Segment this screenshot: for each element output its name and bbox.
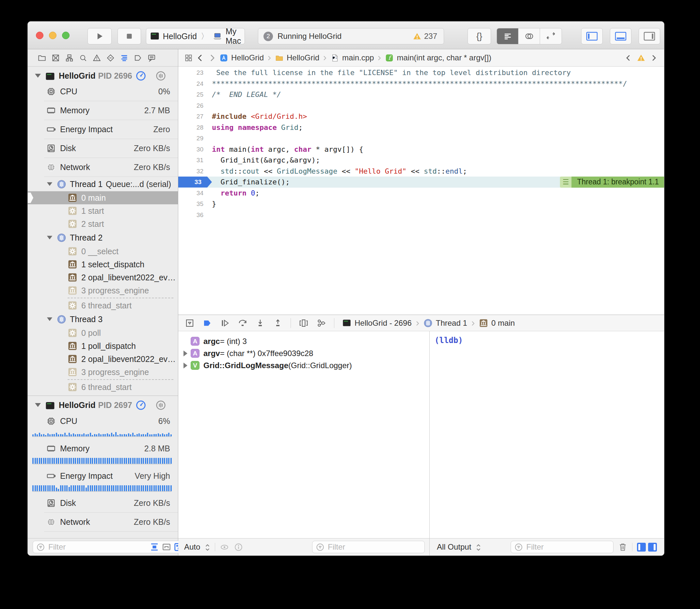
step-out-button[interactable] [273,318,283,328]
code-line[interactable]: 26 [178,100,664,111]
assistant-editor-button[interactable] [518,29,540,44]
line-number[interactable]: 27 [178,111,212,122]
code-line[interactable]: 27#include <Grid/Grid.h> [178,111,664,122]
toggle-debug-area-button[interactable] [610,28,631,45]
stat-row-energy-impact[interactable]: Energy ImpactZero [44,120,178,139]
line-number[interactable]: 34 [178,188,212,199]
debug-view-hierarchy-button[interactable] [299,318,309,328]
breadcrumb-item[interactable]: HelloGrid [231,53,264,62]
line-number[interactable]: 28 [178,122,212,133]
stack-frame-row[interactable]: 6 thread_start [28,299,178,312]
go-back-button[interactable] [196,53,205,62]
code-line[interactable]: 31 Grid_init(&argc,&argv); [178,155,664,166]
toggle-variables-pane-button[interactable] [637,543,646,552]
run-button[interactable] [87,28,112,45]
output-stepper-icon[interactable] [476,543,481,551]
code-line[interactable]: 32 std::cout << GridLogMessage << "Hello… [178,166,664,177]
debug-memory-graph-button[interactable] [317,318,326,328]
navigator-filter-input[interactable] [45,542,150,552]
stat-row-memory[interactable]: Memory2.8 MB [44,439,178,458]
process-header-2697[interactable]: HelloGridPID 2697 [28,399,178,412]
debug-navigator-icon[interactable] [120,53,129,62]
hide-debug-area-button[interactable] [185,318,194,328]
code-area[interactable]: 23 See the full license in the file "LIC… [178,67,664,315]
breakpoints-enabled-button[interactable] [202,318,212,328]
minimize-window-button[interactable] [49,32,56,39]
report-navigator-icon[interactable] [147,53,156,62]
toggle-console-pane-button[interactable] [648,543,657,552]
variable-row[interactable]: Aargv = (char **) 0x7ffee9039c28 [178,347,429,359]
filter-stack-frames-button[interactable] [150,542,159,552]
stack-frame-row[interactable]: 2 opal_libevent2022_ev… [28,271,178,284]
line-number[interactable]: 30 [178,144,212,155]
code-line[interactable]: 23 See the full license in the file "LIC… [178,67,664,78]
continue-button[interactable] [220,318,230,328]
code-line[interactable]: 35} [178,198,664,210]
stat-row-disk[interactable]: DiskZero KB/s [44,139,178,158]
breakpoint-navigator-icon[interactable] [134,53,142,62]
console-view[interactable]: (lldb) [430,331,664,538]
stack-frame-row[interactable]: 0 __select [28,245,178,258]
line-number[interactable]: 32 [178,166,212,177]
line-number[interactable]: 35 [178,198,212,210]
zoom-window-button[interactable] [62,32,70,39]
console-output-select[interactable]: All Output [437,542,471,552]
disclosure-triangle-icon[interactable] [184,363,187,368]
stop-button[interactable] [118,28,141,45]
line-number[interactable]: 31 [178,155,212,166]
stat-row-memory[interactable]: Memory2.7 MB [44,101,178,120]
stack-frame-row[interactable]: 0 poll [28,326,178,340]
next-issue-button[interactable] [649,53,658,62]
step-into-button[interactable] [255,318,265,328]
variables-filter-field[interactable] [312,541,425,553]
disclosure-triangle-icon[interactable] [35,403,41,407]
code-line[interactable]: 34 return 0; [178,188,664,199]
project-navigator-icon[interactable] [37,53,46,62]
breadcrumb-item[interactable]: main(int argc, char * argv[]) [397,53,491,62]
issue-navigator-icon[interactable] [92,53,101,62]
related-items-icon[interactable] [184,53,193,62]
breadcrumb-item[interactable]: HelloGrid [287,53,319,62]
code-snippets-button[interactable]: {} [467,28,491,45]
version-editor-button[interactable] [540,29,562,44]
info-icon[interactable] [234,542,243,552]
stat-row-network[interactable]: NetworkZero KB/s [44,513,178,532]
thread-header-3[interactable]: Thread 3 [28,312,178,326]
line-number[interactable]: 25 [178,89,212,100]
variables-filter-input[interactable] [325,542,422,552]
gauge-view-button[interactable] [136,400,146,411]
code-line[interactable]: 25/* END LEGAL */ [178,89,664,100]
activity-view[interactable]: 2 Running HelloGrid 237 [258,28,444,45]
stack-frame-row[interactable]: 6 thread_start [28,381,178,394]
stack-frame-row[interactable]: 2 start [28,218,178,230]
debug-breadcrumb-item[interactable]: 0 main [491,318,515,328]
disclosure-triangle-icon[interactable] [184,350,187,356]
line-number[interactable]: 29 [178,133,212,144]
quicklook-eye-icon[interactable] [220,542,229,552]
disclosure-triangle-icon[interactable] [47,317,53,321]
variable-row[interactable]: Aargc = (int) 3 [178,335,429,347]
disclosure-triangle-icon[interactable] [47,236,53,239]
toggle-navigator-button[interactable] [581,28,603,45]
gauge-view-button[interactable] [136,70,146,81]
breadcrumb-item[interactable]: main.cpp [342,53,374,62]
navigator-filter-field[interactable] [33,541,186,553]
code-line-breakpoint[interactable]: 33 Grid_finalize();☰Thread 1: breakpoint… [178,177,664,188]
code-line[interactable]: 36 [178,210,664,221]
console-filter-field[interactable] [511,541,614,553]
stack-frame-row[interactable]: 0 main [28,191,178,204]
disclosure-triangle-icon[interactable] [47,182,53,186]
disclosure-triangle-icon[interactable] [35,74,41,78]
stat-row-disk[interactable]: DiskZero KB/s [44,494,178,513]
variables-scope-select[interactable]: Auto [184,542,200,552]
columns-view-button[interactable] [155,400,166,411]
line-number[interactable]: 23 [178,67,212,78]
variable-row[interactable]: VGrid::GridLogMessage (Grid::GridLogger) [178,359,429,371]
line-number[interactable]: 36 [178,210,212,221]
stack-frame-row[interactable]: 1 poll_dispatch [28,340,178,352]
stat-row-network[interactable]: NetworkZero KB/s [44,158,178,177]
source-control-navigator-icon[interactable] [51,53,60,62]
stack-frame-row[interactable]: 1 start [28,204,178,218]
line-number[interactable]: 24 [178,78,212,89]
previous-issue-button[interactable] [624,53,633,62]
